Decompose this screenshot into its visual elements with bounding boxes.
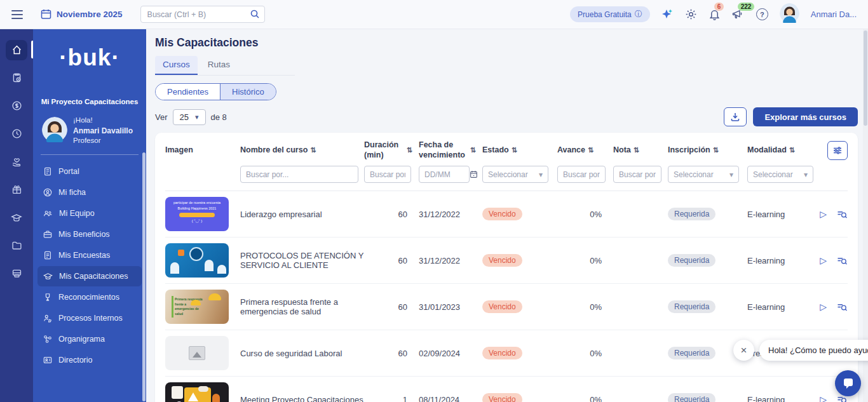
sidebar-item-mi-equipo[interactable]: Mi Equipo bbox=[37, 203, 142, 224]
sidebar-item-label: Mis Capacitaciones bbox=[59, 272, 128, 281]
sort-icon[interactable]: ⇅ bbox=[310, 146, 316, 155]
month-picker[interactable]: Noviembre 2025 bbox=[41, 9, 123, 20]
chat-close-button[interactable]: × bbox=[733, 340, 754, 361]
rail-training-icon[interactable] bbox=[0, 206, 33, 229]
sort-icon[interactable]: ⇅ bbox=[407, 146, 412, 155]
calendar-icon[interactable] bbox=[470, 170, 478, 178]
user-avatar[interactable] bbox=[780, 3, 799, 25]
sidebar-item-reconocimientos[interactable]: Reconocimientos bbox=[37, 287, 142, 307]
notifications-bell-icon[interactable]: 6 bbox=[709, 8, 721, 20]
sort-icon[interactable]: ⇅ bbox=[512, 146, 517, 155]
survey-icon bbox=[43, 251, 52, 260]
sidebar-item-label: Mi ficha bbox=[58, 188, 86, 197]
header-avance[interactable]: Avance⇅ bbox=[557, 145, 613, 156]
sidebar-item-mi-ficha[interactable]: Mi ficha bbox=[37, 182, 142, 203]
header-nombre[interactable]: Nombre del curso⇅ bbox=[240, 145, 364, 156]
enrollment-badge: Requerida bbox=[668, 393, 715, 402]
contact-card-icon bbox=[43, 356, 52, 365]
tab-bar: Cursos Rutas bbox=[155, 56, 295, 76]
course-progress: 0% bbox=[557, 256, 613, 265]
sidebar-item-label: Mis Beneficios bbox=[58, 230, 110, 239]
trophy-icon bbox=[43, 293, 52, 302]
play-course-button[interactable]: ▷ bbox=[820, 302, 827, 312]
filter-inscripcion-select[interactable]: Seleccionar▾ bbox=[668, 166, 739, 183]
announcements-megaphone-icon[interactable]: 222 bbox=[732, 8, 745, 20]
ai-sparkle-icon[interactable] bbox=[661, 8, 674, 20]
header-duracion[interactable]: Duración (min)⇅ bbox=[364, 140, 419, 160]
sidebar-scrollbar[interactable] bbox=[142, 152, 146, 401]
play-course-button[interactable]: ▷ bbox=[820, 394, 827, 402]
filter-duracion-input[interactable] bbox=[364, 166, 411, 183]
rail-rewards-icon[interactable] bbox=[0, 178, 33, 201]
sidebar-item-directorio[interactable]: Directorio bbox=[37, 350, 142, 370]
sort-icon[interactable]: ⇅ bbox=[588, 146, 593, 155]
page-size-select[interactable]: 25 ▾ bbox=[173, 109, 206, 125]
download-button[interactable] bbox=[724, 107, 747, 126]
search-input[interactable] bbox=[140, 6, 265, 23]
search-icon[interactable] bbox=[250, 9, 260, 19]
sidebar: ·buk· Mi Proyecto Capacitaciones ¡Hola! … bbox=[33, 29, 146, 402]
rail-time-icon[interactable] bbox=[0, 122, 33, 145]
calendar-icon bbox=[41, 9, 51, 20]
filter-estado-select[interactable]: Seleccionar▾ bbox=[482, 166, 548, 183]
sidebar-item-mis-encuestas[interactable]: Mis Encuestas bbox=[37, 245, 142, 265]
rail-assets-icon[interactable] bbox=[0, 262, 33, 285]
sidebar-nav: Portal Mi ficha Mi Equipo Mis Beneficios… bbox=[33, 159, 146, 373]
header-fecha[interactable]: Fecha de vencimiento⇅ bbox=[419, 140, 482, 160]
toggle-pendientes[interactable]: Pendientes bbox=[156, 84, 220, 100]
chat-greeting-bubble[interactable]: Hola! ¿Cómo te puedo ayudar? bbox=[759, 340, 868, 361]
sidebar-item-portal[interactable]: Portal bbox=[37, 161, 142, 182]
menu-icon[interactable] bbox=[11, 10, 23, 19]
column-settings-button[interactable] bbox=[827, 141, 848, 160]
rail-home-icon[interactable] bbox=[0, 38, 33, 62]
play-course-button[interactable]: ▷ bbox=[820, 255, 827, 265]
chat-launcher-button[interactable] bbox=[835, 370, 861, 396]
tab-rutas[interactable]: Rutas bbox=[200, 56, 238, 75]
table-filter-row: Seleccionar▾ Seleccionar▾ Seleccionar▾ bbox=[165, 160, 848, 191]
team-icon bbox=[43, 209, 53, 218]
header-modalidad[interactable]: Modalidad⇅ bbox=[747, 145, 818, 156]
play-course-button[interactable]: ▷ bbox=[820, 209, 827, 219]
rail-payroll-icon[interactable] bbox=[0, 94, 33, 117]
gear-icon[interactable] bbox=[685, 8, 697, 20]
status-badge: Vencido bbox=[482, 300, 522, 313]
toggle-historico[interactable]: Histórico bbox=[220, 84, 276, 100]
course-modality: E-learning bbox=[747, 256, 818, 265]
trial-badge[interactable]: Prueba Gratuita ⓘ bbox=[570, 6, 650, 22]
filter-nombre-input[interactable] bbox=[240, 166, 358, 183]
user-name[interactable]: Anmari Da... bbox=[811, 10, 857, 19]
course-modality: E-learning bbox=[747, 302, 818, 312]
status-badge: Vencido bbox=[482, 208, 522, 220]
course-thumbnail: Primera respuesta frente a emergencias d… bbox=[165, 290, 229, 324]
filter-modalidad-select[interactable]: Seleccionar▾ bbox=[747, 166, 813, 183]
header-estado[interactable]: Estado⇅ bbox=[482, 145, 557, 156]
courses-table: Imagen Nombre del curso⇅ Duración (min)⇅… bbox=[155, 133, 858, 402]
help-icon[interactable]: ? bbox=[756, 8, 768, 20]
sort-icon[interactable]: ⇅ bbox=[634, 146, 639, 155]
rail-documents-icon[interactable] bbox=[0, 234, 33, 257]
sort-icon[interactable]: ⇅ bbox=[470, 146, 476, 155]
filter-nota-input[interactable] bbox=[613, 166, 661, 183]
rail-benefits-icon[interactable] bbox=[0, 150, 33, 173]
course-details-button[interactable] bbox=[837, 302, 848, 312]
rail-tasks-icon[interactable] bbox=[0, 66, 33, 90]
sidebar-item-mis-beneficios[interactable]: Mis Beneficios bbox=[37, 224, 142, 245]
header-nota[interactable]: Nota⇅ bbox=[613, 145, 668, 156]
sidebar-item-procesos-internos[interactable]: Procesos Internos bbox=[37, 308, 142, 328]
sort-icon[interactable]: ⇅ bbox=[713, 146, 719, 155]
tab-cursos[interactable]: Cursos bbox=[155, 56, 198, 75]
chevron-down-icon: ▾ bbox=[539, 170, 543, 179]
header-inscripcion[interactable]: Inscripción⇅ bbox=[668, 145, 747, 156]
info-icon: ⓘ bbox=[635, 9, 642, 20]
course-details-button[interactable] bbox=[837, 256, 848, 265]
sidebar-item-mis-capacitaciones[interactable]: Mis Capacitaciones bbox=[37, 266, 142, 286]
app-window: Noviembre 2025 Prueba Gratuita ⓘ 6 bbox=[0, 0, 868, 402]
course-details-button[interactable] bbox=[837, 210, 848, 219]
course-modality: E-learning bbox=[747, 210, 818, 219]
course-name: Primera respuesta frente a emergencias d… bbox=[240, 297, 364, 316]
sort-icon[interactable]: ⇅ bbox=[789, 146, 795, 155]
filter-fecha-input[interactable] bbox=[419, 166, 470, 183]
explore-courses-button[interactable]: Explorar más cursos bbox=[753, 107, 858, 126]
filter-avance-input[interactable] bbox=[557, 166, 606, 183]
sidebar-item-organigrama[interactable]: Organigrama bbox=[37, 329, 142, 349]
